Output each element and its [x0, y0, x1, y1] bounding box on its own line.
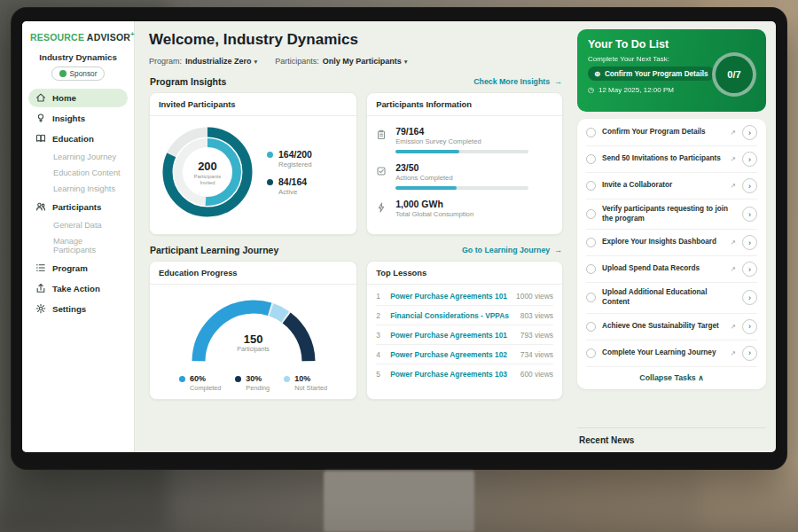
lesson-link[interactable]: Power Purchase Agreements 101 [390, 331, 513, 340]
sidebar-item-learning-journey[interactable]: Learning Journey [28, 150, 128, 164]
sidebar-item-general-data[interactable]: General Data [28, 218, 128, 232]
sidebar-item-education-content[interactable]: Education Content [28, 166, 128, 180]
sidebar-item-participants[interactable]: Participants [28, 198, 128, 216]
recent-news-header: Recent News [577, 427, 766, 447]
sidebar-item-insights[interactable]: Insights [28, 109, 128, 128]
task-complete-your-learning-journey[interactable]: Complete Your Learning Journey↗› [586, 340, 757, 367]
info-text: 23/50Actions Completed [395, 162, 528, 190]
sponsor-icon [59, 70, 66, 77]
task-label: Complete Your Learning Journey [602, 348, 724, 358]
collapse-tasks-link[interactable]: Collapse Tasks ∧ [586, 367, 757, 389]
task-checkbox[interactable] [586, 238, 596, 247]
task-verify-participants-requesting-to-join-the-program[interactable]: Verify participants requesting to join t… [586, 200, 757, 230]
task-open-button[interactable]: › [742, 262, 757, 277]
task-checkbox[interactable] [586, 181, 596, 191]
legend-dot [179, 376, 185, 382]
filter-participants-dropdown[interactable]: Only My Participants [323, 57, 402, 66]
task-invite-a-collaborator[interactable]: Invite a Collaborator↗› [586, 173, 757, 200]
task-upload-additional-educational-content[interactable]: Upload Additional Educational Content› [586, 283, 757, 313]
task-open-button[interactable]: › [742, 319, 757, 334]
info-label: Total Global Consumption [395, 210, 473, 218]
task-open-button[interactable]: › [742, 152, 757, 167]
task-open-button[interactable]: › [742, 346, 757, 361]
sidebar-item-manage-participants[interactable]: Manage Participants [28, 234, 128, 257]
task-open-button[interactable]: › [742, 290, 757, 305]
sidebar-item-label: Settings [52, 304, 86, 314]
filters-row: Program:Industrialize Zero▾Participants:… [149, 57, 563, 66]
collapse-tasks-label: Collapse Tasks [639, 373, 695, 382]
task-checkbox[interactable] [586, 154, 596, 164]
filter-program-dropdown[interactable]: Industrialize Zero [185, 57, 252, 66]
sidebar-item-label: Manage Participants [53, 237, 122, 254]
legend-item-registered: 164/200Registered [267, 149, 312, 168]
lesson-rank: 3 [376, 331, 383, 340]
lesson-link[interactable]: Financial Considerations - VPPAs [390, 311, 513, 320]
task-confirm-your-program-details[interactable]: Confirm Your Program Details↗› [586, 120, 757, 146]
task-upload-spend-data-records[interactable]: Upload Spend Data Records↗› [586, 256, 757, 283]
edu-legend-text: 30%Pending [246, 374, 270, 392]
go-to-learning-journey-link[interactable]: Go to Learning Journey → [462, 246, 562, 254]
check-more-insights-link[interactable]: Check More Insights → [473, 77, 562, 86]
legend-text: 164/200Registered [278, 149, 312, 168]
filter-program: Program:Industrialize Zero▾ [149, 57, 257, 66]
task-open-button[interactable]: › [742, 125, 757, 140]
sponsor-badge[interactable]: Sponsor [51, 66, 106, 81]
task-label: Invite a Collaborator [602, 181, 724, 191]
invited-participants-card-title: Invited Participants [150, 93, 356, 116]
sidebar-item-settings[interactable]: Settings [28, 300, 128, 318]
task-label: Verify participants requesting to join t… [602, 205, 736, 223]
top-lessons-card: Top Lessons 1Power Purchase Agreements 1… [366, 261, 563, 400]
sidebar-item-home[interactable]: Home [28, 89, 128, 107]
task-checkbox[interactable] [586, 209, 596, 219]
education-icon [35, 133, 46, 145]
task-open-button[interactable]: › [742, 207, 757, 222]
task-checkbox[interactable] [586, 322, 596, 332]
task-label: Achieve One Sustainability Target [602, 322, 724, 332]
task-explore-your-insights-dashboard[interactable]: Explore Your Insights Dashboard↗› [586, 230, 757, 256]
sidebar-item-education[interactable]: Education [28, 129, 128, 148]
todo-panel: Your To Do List Complete Your Next Task:… [574, 21, 776, 452]
gauge-center-value: 150 [187, 332, 320, 346]
donut-center-value: 200 [198, 160, 217, 173]
task-list: Confirm Your Program Details↗›Send 50 In… [586, 120, 757, 367]
sidebar-item-label: Participants [52, 202, 101, 212]
sidebar-item-label: Learning Insights [53, 184, 115, 193]
lesson-link[interactable]: Power Purchase Agreements 101 [390, 292, 509, 301]
edu-legend-pct: 10% [294, 374, 327, 383]
sidebar-item-learning-insights[interactable]: Learning Insights [28, 182, 128, 196]
task-checkbox[interactable] [586, 293, 596, 302]
task-checkbox[interactable] [586, 264, 596, 274]
lesson-link[interactable]: Power Purchase Agreements 103 [390, 370, 513, 379]
edu-legend-pct: 30% [246, 374, 270, 383]
education-progress-card-title: Education Progress [150, 262, 356, 285]
todo-summary-card: Your To Do List Complete Your Next Task:… [577, 29, 766, 112]
progress-bar [395, 186, 528, 190]
plus-circle-icon: ⊕ [594, 69, 600, 78]
task-checkbox[interactable] [586, 128, 596, 137]
task-open-button[interactable]: › [742, 235, 757, 250]
sidebar-item-take-action[interactable]: Take Action [28, 279, 128, 298]
lesson-row-2: 2Financial Considerations - VPPAs803 vie… [376, 306, 553, 325]
program-insights-cards: Invited Participants 200 Participants In… [149, 92, 563, 235]
page-title: Welcome, Industry Dynamics [149, 31, 563, 49]
sidebar-item-label: Home [52, 93, 76, 103]
section-title-learning-journey: Participant Learning Journey [150, 245, 278, 255]
task-achieve-one-sustainability-target[interactable]: Achieve One Sustainability Target↗› [586, 314, 757, 340]
task-send-50-invitations-to-participants[interactable]: Send 50 Invitations to Participants↗› [586, 146, 757, 173]
sidebar-item-program[interactable]: Program [28, 259, 128, 278]
task-label: Upload Spend Data Records [602, 264, 724, 274]
task-open-button[interactable]: › [742, 178, 757, 193]
lesson-link[interactable]: Power Purchase Agreements 102 [390, 350, 513, 359]
participants-information-card: Participants Information 79/164Emission … [366, 92, 563, 235]
lesson-views: 600 views [520, 370, 553, 379]
sidebar-item-label: Program [52, 263, 88, 273]
info-row-emission-survey-completed: 79/164Emission Survey Completed [376, 126, 553, 153]
org-name: Industry Dynamics [28, 52, 128, 62]
learning-section-header: Participant Learning Journey Go to Learn… [150, 245, 562, 255]
edu-legend-label: Completed [190, 384, 221, 392]
next-task-due-label: 12 May 2025, 12:00 PM [598, 86, 674, 94]
task-checkbox[interactable] [586, 348, 596, 358]
lesson-row-4: 4Power Purchase Agreements 102734 views [376, 345, 553, 364]
info-text: 79/164Emission Survey Completed [395, 126, 528, 153]
next-task-pill[interactable]: ⊕ Confirm Your Program Details [588, 66, 715, 81]
